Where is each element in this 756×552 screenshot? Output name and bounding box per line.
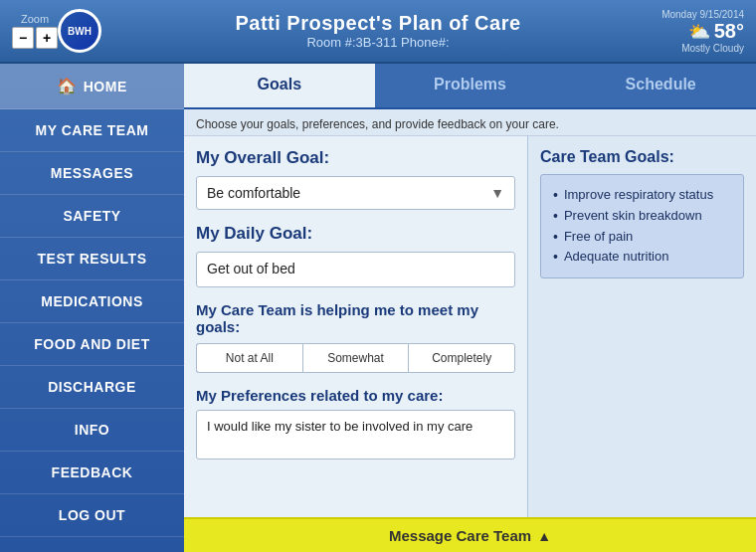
sidebar-item-food-and-diet[interactable]: FOOD AND DIET: [0, 323, 184, 366]
care-team-goal-item: Prevent skin breakdown: [553, 206, 731, 227]
dropdown-arrow-icon: ▼: [490, 185, 504, 201]
weather-widget: Monday 9/15/2014 ⛅ 58° Mostly Cloudy: [655, 9, 744, 54]
sidebar-item-home[interactable]: 🏠 HOME: [0, 64, 184, 109]
sidebar-item-log-out-label: LOG OUT: [59, 507, 125, 523]
sidebar-item-feedback-label: FEEDBACK: [52, 464, 133, 480]
tab-problems[interactable]: Problems: [375, 64, 566, 107]
daily-goal-title: My Daily Goal:: [196, 224, 515, 244]
sidebar-item-my-care-team-label: MY CARE TEAM: [36, 122, 149, 138]
weather-date: Monday 9/15/2014: [655, 9, 744, 20]
sidebar-item-food-and-diet-label: FOOD AND DIET: [34, 336, 149, 352]
preferences-label: My Preferences related to my care:: [196, 387, 515, 404]
meeting-goals-label: My Care Team is helping me to meet my go…: [196, 301, 515, 335]
care-team-goal-item: Free of pain: [553, 227, 731, 248]
weather-temp: 58°: [714, 20, 744, 42]
sidebar-item-messages-label: MESSAGES: [51, 165, 133, 181]
overall-goal-dropdown[interactable]: Be comfortable ▼: [196, 176, 515, 210]
tab-goals[interactable]: Goals: [184, 64, 375, 107]
sidebar-item-log-out[interactable]: LOG OUT: [0, 494, 184, 537]
care-team-goal-item: Adequate nutrition: [553, 247, 731, 268]
plan-of-care-title: Patti Prospect's Plan of Care: [111, 12, 645, 35]
overall-goal-value: Be comfortable: [207, 185, 300, 201]
sidebar-item-home-label: HOME: [84, 79, 127, 94]
sidebar-item-safety[interactable]: SAFETY: [0, 195, 184, 238]
zoom-plus-button[interactable]: +: [36, 27, 58, 49]
sidebar-item-safety-label: SAFETY: [63, 208, 120, 224]
daily-goal-value: Get out of bed: [207, 261, 295, 276]
content-area: Goals Problems Schedule Choose your goal…: [184, 64, 756, 552]
content-body: Choose your goals, preferences, and prov…: [184, 109, 756, 517]
rating-somewhat[interactable]: Somewhat: [302, 343, 409, 373]
care-team-goal-item: Improve respiratory status: [553, 185, 731, 206]
rating-completely[interactable]: Completely: [408, 343, 515, 373]
sidebar-item-messages[interactable]: MESSAGES: [0, 152, 184, 195]
weather-description: Mostly Cloudy: [655, 43, 744, 54]
sidebar-item-my-care-team[interactable]: MY CARE TEAM: [0, 109, 184, 152]
overall-goal-title: My Overall Goal:: [196, 148, 515, 168]
tab-schedule[interactable]: Schedule: [565, 64, 756, 107]
sidebar-item-medications-label: MEDICATIONS: [41, 293, 142, 309]
weather-icon: ⛅: [688, 22, 710, 42]
sidebar-item-info[interactable]: INFO: [0, 409, 184, 452]
daily-goal-input[interactable]: Get out of bed: [196, 252, 515, 287]
sidebar-item-test-results[interactable]: TEST RESULTS: [0, 238, 184, 280]
sidebar: 🏠 HOME MY CARE TEAM MESSAGES SAFETY TEST…: [0, 64, 184, 552]
zoom-label: Zoom: [21, 13, 49, 25]
right-panel: Care Team Goals: Improve respiratory sta…: [527, 136, 756, 517]
main-layout: 🏠 HOME MY CARE TEAM MESSAGES SAFETY TEST…: [0, 64, 756, 552]
sidebar-item-discharge[interactable]: DISCHARGE: [0, 366, 184, 409]
sidebar-item-medications[interactable]: MEDICATIONS: [0, 280, 184, 323]
rating-buttons: Not at All Somewhat Completely: [196, 343, 515, 373]
message-care-team-label: Message Care Team: [389, 527, 531, 544]
hospital-logo: BWH: [58, 9, 101, 53]
up-arrow-icon: ▲: [537, 528, 551, 544]
page-title: Patti Prospect's Plan of Care Room #:3B-…: [111, 12, 645, 50]
home-icon: 🏠: [57, 77, 78, 95]
header: Zoom − + BWH Patti Prospect's Plan of Ca…: [0, 0, 756, 64]
sidebar-item-test-results-label: TEST RESULTS: [38, 251, 147, 267]
care-team-goals: Care Team Goals: Improve respiratory sta…: [540, 148, 744, 278]
preferences-input[interactable]: [196, 410, 515, 460]
rating-not-at-all[interactable]: Not at All: [196, 343, 302, 373]
sidebar-item-discharge-label: DISCHARGE: [48, 379, 136, 395]
room-info: Room #:3B-311 Phone#:: [111, 35, 645, 50]
zoom-control: Zoom − +: [12, 13, 58, 49]
content-intro: Choose your goals, preferences, and prov…: [184, 109, 756, 136]
care-team-goals-list: Improve respiratory statusPrevent skin b…: [553, 185, 731, 268]
sidebar-item-feedback[interactable]: FEEDBACK: [0, 452, 184, 494]
message-care-team-bar[interactable]: Message Care Team ▲: [184, 517, 756, 552]
zoom-minus-button[interactable]: −: [12, 27, 34, 49]
tab-bar: Goals Problems Schedule: [184, 64, 756, 109]
left-panel: My Overall Goal: Be comfortable ▼ My Dai…: [184, 136, 527, 517]
care-team-goals-box: Improve respiratory statusPrevent skin b…: [540, 174, 744, 278]
sidebar-item-info-label: INFO: [75, 422, 109, 438]
content-main: My Overall Goal: Be comfortable ▼ My Dai…: [184, 136, 756, 517]
care-team-goals-title: Care Team Goals:: [540, 148, 744, 166]
